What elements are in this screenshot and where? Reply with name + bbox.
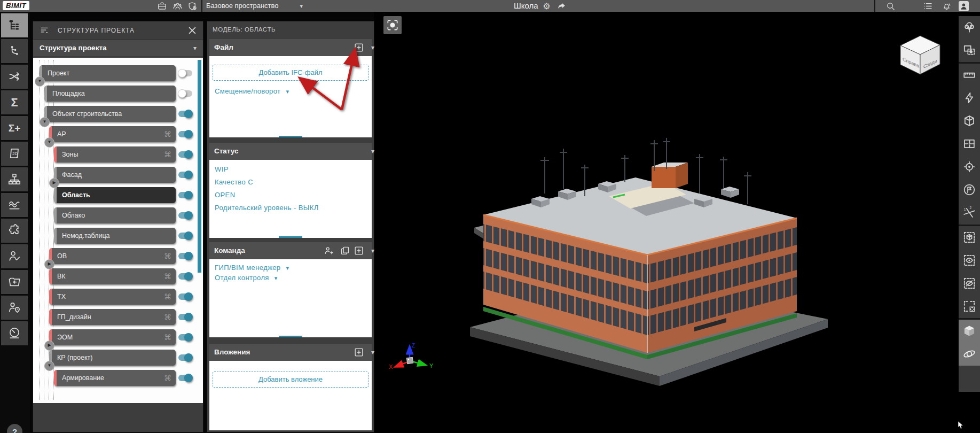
add-file-button[interactable] xyxy=(354,42,364,53)
tool-isolate[interactable] xyxy=(959,226,980,249)
expander-right[interactable]: ▶ xyxy=(44,341,54,351)
tool-shaded-view[interactable] xyxy=(959,320,980,343)
tree-node-7[interactable]: Область xyxy=(54,187,176,203)
visibility-toggle[interactable] xyxy=(178,253,192,259)
expander-down[interactable]: ▼ xyxy=(40,117,50,127)
visibility-toggle[interactable] xyxy=(178,212,192,219)
add-attachment-dashed-button[interactable]: Добавить вложение xyxy=(213,372,369,388)
shield-user-icon[interactable] xyxy=(187,1,198,11)
add-ifc-file-button[interactable]: Добавить IFC-файл xyxy=(213,65,369,81)
tree-node-6[interactable]: Фасад xyxy=(54,167,176,183)
user-avatar[interactable] xyxy=(959,1,969,11)
tool-hide[interactable] xyxy=(959,272,980,295)
collapse-attachments-icon[interactable]: ▾ xyxy=(367,347,378,358)
rail-project-structure[interactable] xyxy=(1,13,28,37)
visibility-toggle[interactable] xyxy=(178,70,192,76)
status-item[interactable]: Качество C xyxy=(215,178,253,186)
tree-node-3[interactable]: Объект строительства xyxy=(44,106,176,122)
expander-right[interactable]: ▶ xyxy=(49,178,59,188)
tree-node-12[interactable]: ТХ⌘ xyxy=(49,289,176,305)
tree-node-4[interactable]: АР⌘ xyxy=(49,126,176,142)
tool-focus[interactable] xyxy=(959,156,980,179)
structure-selector[interactable]: Структура проекта ▾ xyxy=(33,40,203,56)
visibility-toggle[interactable] xyxy=(178,151,192,158)
visibility-toggle[interactable] xyxy=(178,375,192,381)
visibility-toggle[interactable] xyxy=(178,172,192,178)
sort-menu-icon[interactable] xyxy=(40,25,50,36)
rail-sum-plus[interactable]: Σ+ xyxy=(1,116,28,140)
rail-hierarchy[interactable] xyxy=(1,167,28,191)
list-icon[interactable] xyxy=(923,1,933,11)
visibility-toggle[interactable] xyxy=(178,354,192,361)
offset-rotation-dropdown[interactable]: Смещение/поворот▾ xyxy=(215,87,289,95)
visibility-toggle[interactable] xyxy=(178,273,192,280)
rail-dashboard-gauge[interactable] xyxy=(1,321,28,345)
rail-plugins[interactable] xyxy=(1,219,28,243)
visibility-toggle[interactable] xyxy=(178,233,192,239)
expander-down[interactable]: ▼ xyxy=(35,76,45,87)
search-icon[interactable] xyxy=(885,1,896,11)
rail-user-check[interactable] xyxy=(1,244,28,268)
team-icon[interactable] xyxy=(173,1,183,11)
tree-node-14[interactable]: ЭОМ⌘ xyxy=(49,329,176,345)
visibility-toggle[interactable] xyxy=(178,111,192,117)
settings-gear-icon[interactable]: ⚙ xyxy=(542,1,552,11)
rail-analytics[interactable] xyxy=(1,193,28,217)
app-logo[interactable]: BiMiT xyxy=(3,1,29,10)
visibility-toggle[interactable] xyxy=(178,131,192,137)
collapse-status-icon[interactable]: ▾ xyxy=(367,146,378,157)
visibility-toggle[interactable] xyxy=(178,314,192,320)
collapse-team-icon[interactable]: ▾ xyxy=(367,245,378,256)
attachments-section-header[interactable]: Вложения ▾ xyxy=(209,344,372,361)
expander-down[interactable]: ▼ xyxy=(44,361,54,371)
bell-icon[interactable] xyxy=(942,1,952,11)
tool-flag[interactable] xyxy=(959,179,980,202)
tool-floor-plan[interactable] xyxy=(959,133,980,156)
viewport-capture-button[interactable] xyxy=(383,16,402,34)
add-attachment-button[interactable] xyxy=(354,347,364,358)
help-button[interactable]: ? xyxy=(7,424,22,433)
visibility-toggle[interactable] xyxy=(178,90,192,97)
tree-node-15[interactable]: КР (проект) xyxy=(49,350,176,366)
visibility-toggle[interactable] xyxy=(178,334,192,341)
view-cube[interactable]: Справа Сзади xyxy=(896,33,946,77)
status-item[interactable]: Родительский уровень - ВЫКЛ xyxy=(215,204,319,212)
tree-node-8[interactable]: Облако xyxy=(54,207,176,223)
team-section-header[interactable]: Команда ▾ xyxy=(209,242,372,259)
tree-scrollbar[interactable] xyxy=(198,60,201,273)
rail-sheet-2d[interactable]: 2D xyxy=(1,142,28,166)
resize-handle[interactable] xyxy=(279,236,302,238)
team-role-dropdown[interactable]: ГИП/BIM менеджер▾ xyxy=(215,264,289,272)
tool-overlap-selection[interactable] xyxy=(959,39,980,62)
rail-user-location[interactable] xyxy=(1,296,28,320)
tool-environment[interactable] xyxy=(959,16,980,39)
visibility-toggle[interactable] xyxy=(178,293,192,300)
visibility-toggle[interactable] xyxy=(178,192,192,198)
building-model[interactable] xyxy=(374,12,980,433)
viewport-3d[interactable]: Справа Сзади X Y Z xyxy=(374,12,980,433)
expander-down[interactable]: ▼ xyxy=(44,137,54,148)
resize-handle[interactable] xyxy=(279,136,302,137)
expander-right[interactable]: ▶ xyxy=(44,259,54,269)
tree-node-16[interactable]: Армирование⌘ xyxy=(54,370,176,386)
tree-node-13[interactable]: ГП_дизайн⌘ xyxy=(49,309,176,325)
tree-node-5[interactable]: Зоны⌘ xyxy=(54,146,176,163)
briefcase-icon[interactable] xyxy=(157,1,167,11)
collapse-file-icon[interactable]: ▾ xyxy=(367,42,378,53)
share-icon[interactable] xyxy=(556,1,567,11)
copy-icon[interactable] xyxy=(340,245,350,256)
tool-clear-selection[interactable] xyxy=(959,295,980,318)
rail-sum[interactable]: Σ xyxy=(1,90,28,114)
resize-handle[interactable] xyxy=(279,336,302,337)
tool-grid-axes[interactable]: 12 xyxy=(959,202,980,225)
file-section-header[interactable]: Файл ▾ xyxy=(209,39,372,56)
tool-ruler[interactable] xyxy=(959,64,980,87)
tool-section-plane[interactable] xyxy=(959,87,980,110)
team-role-dropdown[interactable]: Отдел контроля▾ xyxy=(215,274,278,282)
status-section-header[interactable]: Статус ▾ xyxy=(209,143,372,160)
rail-matching[interactable] xyxy=(1,65,28,89)
rail-folder-export[interactable] xyxy=(1,270,28,294)
tree-node-2[interactable]: Площадка xyxy=(44,86,176,102)
close-icon[interactable] xyxy=(187,25,198,36)
tree-node-1[interactable]: Проект xyxy=(40,65,176,81)
